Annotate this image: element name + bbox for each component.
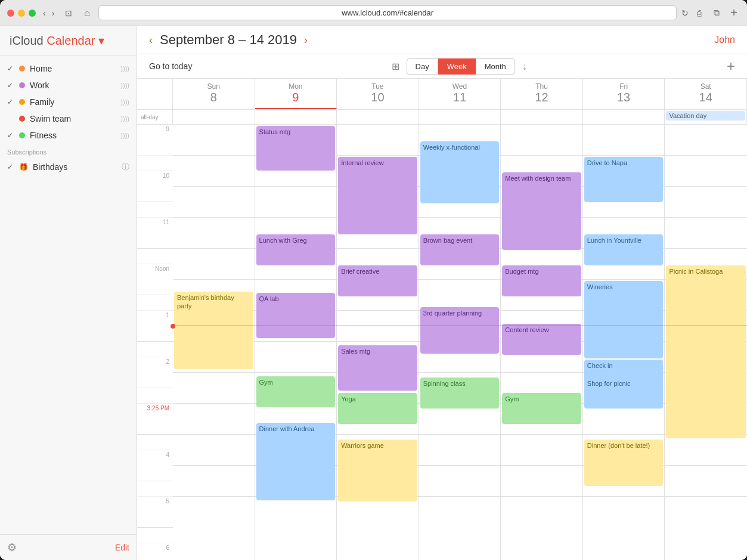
event-internal-review[interactable]: Internal review xyxy=(338,157,417,234)
calendar-header: ‹ September 8 – 14 2019 › John xyxy=(137,26,747,54)
check-icon: ✓ xyxy=(7,81,17,89)
new-tab-button[interactable]: + xyxy=(728,6,740,20)
layout-icon[interactable]: ⊞ xyxy=(392,61,399,72)
next-week-button[interactable]: › xyxy=(304,34,308,47)
month-view-button[interactable]: Month xyxy=(476,58,515,75)
event-meet-design-team[interactable]: Meet with design team xyxy=(502,172,581,250)
day-header-sat: Sat 14 xyxy=(665,79,747,109)
event-content-review[interactable]: Content review xyxy=(502,324,581,355)
time-1: 1 xyxy=(137,311,173,342)
day-num-tue: 10 xyxy=(342,91,414,104)
day-col-fri[interactable]: Drive to Napa Lunch in Yountville Wineri… xyxy=(583,125,665,560)
work-feed-icon: )))) xyxy=(120,82,129,89)
sidebar-item-fitness[interactable]: ✓ Fitness )))) xyxy=(0,127,137,144)
allday-cell-tue[interactable] xyxy=(337,110,419,124)
event-dinner-andrea[interactable]: Dinner with Andrea xyxy=(256,423,336,500)
day-name-sat: Sat xyxy=(700,82,711,91)
event-gym-thu[interactable]: Gym xyxy=(502,393,581,424)
calendar-label: Calendar ▾ xyxy=(47,34,104,47)
time-9: 9 xyxy=(137,125,173,156)
event-dinner-late[interactable]: Dinner (don't be late!) xyxy=(584,440,664,486)
swimteam-feed-icon: )))) xyxy=(120,115,129,122)
tab-button[interactable]: ⊡ xyxy=(61,7,76,19)
day-view-button[interactable]: Day xyxy=(407,58,438,75)
day-col-mon[interactable]: Status mtg Lunch with Greg QA lab Gym Di… xyxy=(255,125,337,560)
event-sales-mtg[interactable]: Sales mtg xyxy=(338,345,417,391)
time-2: 2 xyxy=(137,357,173,388)
home-calendar-name: Home xyxy=(30,64,118,73)
fullscreen-button[interactable] xyxy=(29,10,36,17)
day-name-thu: Thu xyxy=(535,82,548,91)
duplicate-button[interactable]: ⧉ xyxy=(710,7,723,19)
calendar-nav: ‹ September 8 – 14 2019 › xyxy=(149,32,308,48)
sidebar-item-home[interactable]: ✓ Home )))) xyxy=(0,60,137,77)
week-view-button[interactable]: Week xyxy=(438,58,476,75)
event-warriors-game[interactable]: Warriors game xyxy=(338,440,417,502)
birthdays-info-icon[interactable]: ⓘ xyxy=(122,162,129,172)
day-col-sat[interactable]: Picnic in Calistoga xyxy=(665,125,747,560)
event-picnic-calistoga[interactable]: Picnic in Calistoga xyxy=(666,265,746,438)
calendar-title: September 8 – 14 2019 xyxy=(160,32,297,48)
reload-button[interactable]: ↻ xyxy=(681,8,689,18)
allday-cell-sun[interactable] xyxy=(173,110,255,124)
event-wineries[interactable]: Wineries xyxy=(584,281,664,358)
sidebar-item-work[interactable]: ✓ Work )))) xyxy=(0,77,137,94)
minimize-button[interactable] xyxy=(18,10,25,17)
day-col-tue[interactable]: Internal review Brief creative Sales mtg… xyxy=(337,125,419,560)
event-brown-bag[interactable]: Brown bag event xyxy=(420,234,500,265)
close-button[interactable] xyxy=(7,10,14,17)
forward-button[interactable]: › xyxy=(49,7,57,19)
time-grid: 9 10 11 Noon 1 2 3:25 PM xyxy=(137,125,747,560)
allday-cell-wed[interactable] xyxy=(419,110,501,124)
day-col-wed[interactable]: Weekly x-functional Brown bag event 3rd … xyxy=(419,125,501,560)
event-weekly-xfunc[interactable]: Weekly x-functional xyxy=(420,141,500,203)
family-calendar-dot xyxy=(19,99,25,105)
allday-label: all-day xyxy=(137,110,173,124)
check-icon: ✓ xyxy=(7,163,17,171)
event-lunch-greg[interactable]: Lunch with Greg xyxy=(256,234,336,265)
swimteam-calendar-dot xyxy=(19,116,25,122)
time-6: 6 xyxy=(137,543,173,560)
allday-cell-sat[interactable]: Vacation day xyxy=(665,110,747,124)
time-11: 11 xyxy=(137,218,173,249)
event-benjamins-birthday[interactable]: Benjamin's birthday party xyxy=(174,292,253,369)
edit-button[interactable]: Edit xyxy=(115,543,129,552)
allday-cell-thu[interactable] xyxy=(501,110,583,124)
calendar-main: ‹ September 8 – 14 2019 › John Go to tod… xyxy=(137,26,747,560)
sidebar-item-swimteam[interactable]: ✓ Swim team )))) xyxy=(0,110,137,127)
time-5: 5 xyxy=(137,497,173,528)
settings-button[interactable]: ⚙ xyxy=(7,541,17,554)
event-lunch-yountville[interactable]: Lunch in Yountville xyxy=(584,234,664,265)
event-shop-picnic[interactable]: Shop for picnic xyxy=(584,378,664,409)
sidebar-item-family[interactable]: ✓ Family )))) xyxy=(0,94,137,110)
allday-cell-fri[interactable] xyxy=(583,110,665,124)
go-to-today-button[interactable]: Go to today xyxy=(149,61,192,71)
event-status-mtg[interactable]: Status mtg xyxy=(256,126,336,171)
event-spinning[interactable]: Spinning class xyxy=(420,378,500,409)
share-button[interactable]: ⎙ xyxy=(693,7,705,19)
vacation-day-event[interactable]: Vacation day xyxy=(666,111,745,120)
event-qa-lab[interactable]: QA lab xyxy=(256,293,336,338)
download-button[interactable]: ↓ xyxy=(522,60,528,73)
back-button[interactable]: ‹ xyxy=(41,7,48,19)
url-bar[interactable]: www.icloud.com/#calendar xyxy=(98,5,677,20)
day-col-thu[interactable]: Meet with design team Budget mtg Content… xyxy=(501,125,583,560)
event-budget-mtg[interactable]: Budget mtg xyxy=(502,265,581,296)
sidebar-item-birthdays[interactable]: ✓ 🎁 Birthdays ⓘ xyxy=(0,158,137,176)
sidebar-calendars: ✓ Home )))) ✓ Work )))) ✓ Family xyxy=(0,55,137,534)
sidebar-header: iCloud Calendar ▾ xyxy=(0,26,137,55)
event-drive-napa[interactable]: Drive to Napa xyxy=(584,157,664,202)
day-header-thu: Thu 12 xyxy=(501,79,583,109)
event-yoga[interactable]: Yoga xyxy=(338,393,417,424)
time-half-11 xyxy=(137,249,173,264)
swimteam-calendar-name: Swim team xyxy=(30,114,118,123)
day-col-sun[interactable]: Benjamin's birthday party xyxy=(173,125,255,560)
event-3rd-quarter[interactable]: 3rd quarter planning xyxy=(420,307,500,354)
add-event-button[interactable]: + xyxy=(727,58,735,75)
home-button[interactable]: ⌂ xyxy=(80,7,94,20)
day-num-mon: 9 xyxy=(260,91,332,104)
event-brief-creative[interactable]: Brief creative xyxy=(338,265,417,296)
allday-cell-mon[interactable] xyxy=(255,110,337,124)
event-gym-mon[interactable]: Gym xyxy=(256,376,336,407)
prev-week-button[interactable]: ‹ xyxy=(149,34,153,47)
